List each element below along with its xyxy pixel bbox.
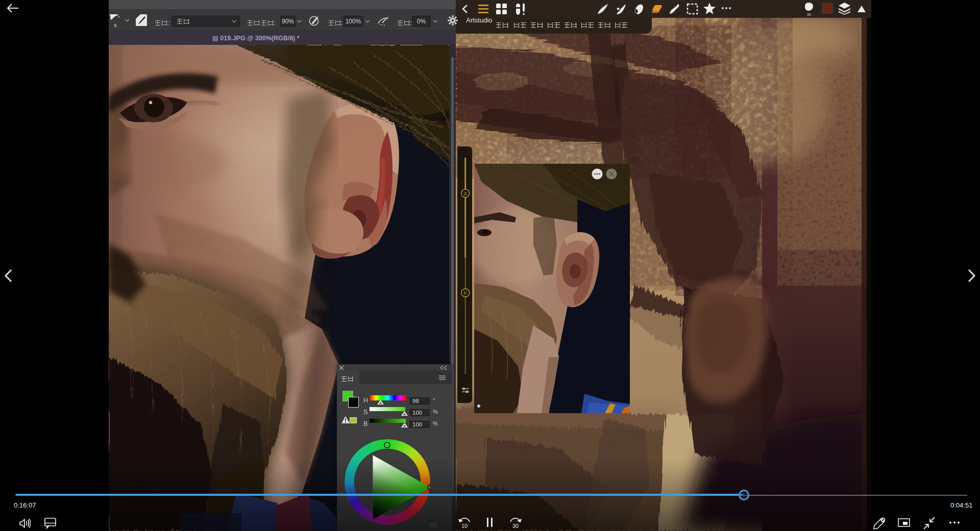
svg-text:30: 30 xyxy=(807,12,811,16)
svg-text:10: 10 xyxy=(461,523,468,529)
svg-text:8: 8 xyxy=(114,22,116,28)
svg-text:30: 30 xyxy=(512,523,519,529)
